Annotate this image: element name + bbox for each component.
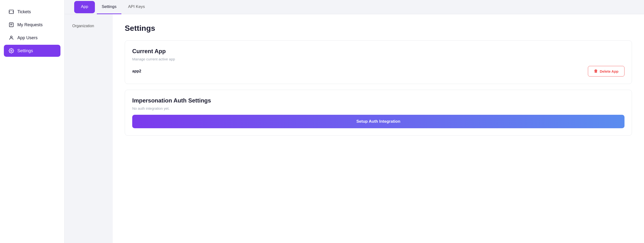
sidebar-item-label: Tickets xyxy=(17,9,31,14)
sidebar-item-label: Settings xyxy=(17,48,33,53)
sidebar-item-my-requests[interactable]: My Requests xyxy=(4,19,60,31)
tab-api-keys[interactable]: API Keys xyxy=(123,0,150,14)
app-name: app2 xyxy=(132,69,141,73)
gear-icon xyxy=(9,48,14,53)
sidebar-item-settings[interactable]: Settings xyxy=(4,45,60,57)
sidebar-item-label: App Users xyxy=(17,35,38,40)
user-icon xyxy=(9,35,14,40)
no-auth-text: No auth integration yet. xyxy=(132,106,624,110)
sidebar: Tickets My Requests App Users Se xyxy=(0,0,64,243)
sidebar-item-tickets[interactable]: Tickets xyxy=(4,6,60,18)
sidebar-item-app-users[interactable]: App Users xyxy=(4,32,60,44)
current-app-section: Current App Manage current active app ap… xyxy=(125,40,632,84)
content-area: Organization Settings Current App Manage… xyxy=(64,14,644,243)
tab-bar: App Settings API Keys xyxy=(64,0,644,14)
svg-point-6 xyxy=(10,36,12,38)
sidebar-item-label: My Requests xyxy=(17,22,43,27)
current-app-title: Current App xyxy=(132,48,624,55)
sub-nav-item-organization[interactable]: Organization xyxy=(69,21,108,30)
impersonation-auth-title: Impersonation Auth Settings xyxy=(132,97,624,104)
setup-auth-button[interactable]: Setup Auth Integration xyxy=(132,115,624,128)
settings-panel: Settings Current App Manage current acti… xyxy=(113,14,644,243)
tab-settings[interactable]: Settings xyxy=(97,0,121,14)
sub-nav: Organization xyxy=(64,14,113,243)
page-title: Settings xyxy=(125,24,632,33)
current-app-description: Manage current active app xyxy=(132,57,624,61)
current-app-row: app2 Delete App xyxy=(132,66,624,76)
ticket-icon xyxy=(9,9,14,14)
tab-app[interactable]: App xyxy=(74,1,95,13)
requests-icon xyxy=(9,22,14,27)
delete-app-button[interactable]: Delete App xyxy=(588,66,624,76)
main-content: App Settings API Keys Organization Setti… xyxy=(64,0,644,243)
svg-point-7 xyxy=(10,50,12,51)
impersonation-auth-section: Impersonation Auth Settings No auth inte… xyxy=(125,90,632,136)
trash-icon xyxy=(594,69,598,73)
